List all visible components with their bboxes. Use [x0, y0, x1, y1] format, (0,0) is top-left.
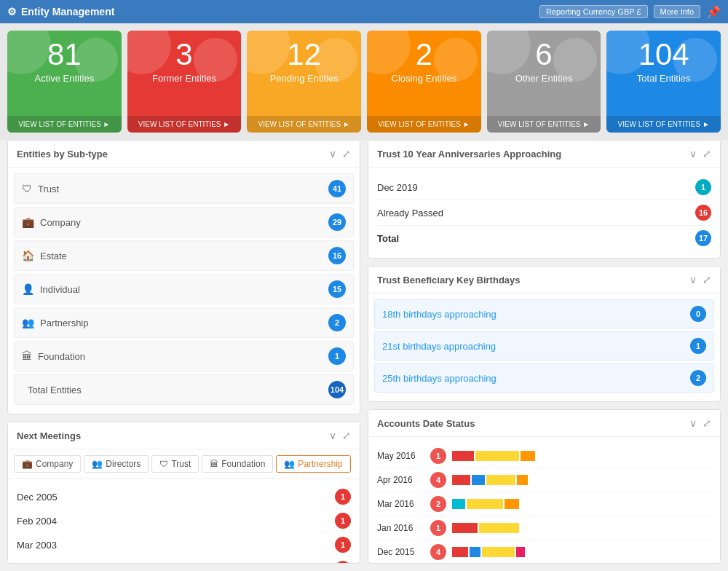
anniversary-row: Dec 2019 1 [377, 175, 711, 200]
entity-row-total entities[interactable]: Total Entities 104 [14, 374, 354, 405]
stat-card-former-entities[interactable]: 3 Former Entities VIEW LIST OF ENTITIES … [127, 31, 242, 133]
bday-collapse-icon[interactable]: ∨ [689, 274, 697, 286]
meeting-tab-company[interactable]: 💼Company [14, 455, 81, 473]
main-content: Entities by Sub-type ∨ ⤢ 🛡 Trust 41 💼 Co… [0, 140, 728, 571]
account-bar [486, 475, 515, 485]
meeting-tab-foundation[interactable]: 🏛Foundation [202, 455, 273, 473]
birthday-row[interactable]: 21st birthdays approaching 1 [374, 331, 714, 361]
ann-expand-icon[interactable]: ⤢ [703, 148, 711, 160]
acc-expand-icon[interactable]: ⤢ [703, 417, 711, 429]
stat-card-closing-entities[interactable]: 2 Closing Entities VIEW LIST OF ENTITIES… [367, 31, 481, 133]
ann-collapse-icon[interactable]: ∨ [689, 148, 697, 160]
account-count-badge: 4 [430, 472, 446, 488]
account-bar [482, 547, 515, 557]
meeting-date: Feb 2004 [17, 516, 57, 527]
meetings-list: Dec 2005 1 Feb 2004 1 Mar 2003 1 Jan 200… [8, 479, 360, 564]
account-row: Dec 2015 4 [377, 540, 711, 564]
meeting-row: Feb 2004 1 [17, 509, 351, 533]
stat-label: Other Entities [515, 73, 573, 84]
anniversary-list: Dec 2019 1 Already Passed 16 Total 17 [368, 168, 720, 258]
entity-label: Foundation [38, 351, 85, 362]
meeting-row: Dec 2005 1 [17, 485, 351, 509]
entity-count-badge: 41 [328, 180, 346, 197]
account-bar [505, 499, 519, 509]
tab-icon: 👥 [92, 459, 103, 469]
entity-count-badge: 29 [328, 213, 346, 231]
stat-number: 104 [638, 39, 689, 70]
bday-expand-icon[interactable]: ⤢ [703, 274, 711, 286]
birthday-row[interactable]: 18th birthdays approaching 0 [374, 299, 714, 328]
entity-row-company[interactable]: 💼 Company 29 [14, 207, 354, 237]
account-row: Apr 2016 4 [377, 468, 711, 492]
view-list-link[interactable]: VIEW LIST OF ENTITIES ► [7, 116, 122, 133]
entity-label: Trust [38, 184, 59, 194]
left-column: Entities by Sub-type ∨ ⤢ 🛡 Trust 41 💼 Co… [7, 140, 360, 564]
tab-label: Foundation [221, 459, 265, 469]
entity-name: 👥 Partnership [22, 317, 88, 328]
entity-row-partnership[interactable]: 👥 Partnership 2 [14, 307, 354, 338]
account-label: May 2016 [377, 451, 424, 461]
account-count-badge: 2 [430, 496, 446, 512]
acc-collapse-icon[interactable]: ∨ [689, 417, 697, 429]
stat-label: Total Entities [637, 73, 691, 84]
entity-label: Company [40, 217, 81, 228]
meetings-controls[interactable]: ∨ ⤢ [329, 430, 351, 441]
account-bars [452, 473, 711, 487]
stat-label: Closing Entities [392, 73, 457, 84]
meetings-expand-icon[interactable]: ⤢ [342, 430, 351, 441]
meeting-tab-trust[interactable]: 🛡Trust [151, 455, 199, 473]
birthdays-controls[interactable]: ∨ ⤢ [689, 274, 711, 286]
entity-count-badge: 16 [328, 247, 346, 264]
expand-icon[interactable]: ⤢ [342, 148, 351, 160]
view-list-link[interactable]: VIEW LIST OF ENTITIES ► [606, 116, 721, 133]
account-bar [521, 451, 535, 461]
entity-icon: 💼 [22, 216, 34, 228]
app-header: ⚙ Entity Management Reporting Currency G… [0, 0, 728, 23]
birthday-count-badge: 0 [690, 306, 706, 322]
entity-icon: 🛡 [22, 183, 32, 194]
view-list-link[interactable]: VIEW LIST OF ENTITIES ► [367, 116, 481, 133]
account-bar [517, 475, 528, 485]
accounts-list: May 2016 1 Apr 2016 4 Mar 2016 2 Jan 201… [368, 437, 720, 564]
anniversaries-controls[interactable]: ∨ ⤢ [689, 148, 711, 160]
stat-label: Pending Entities [270, 73, 339, 84]
tab-label: Company [36, 459, 73, 469]
stat-card-other-entities[interactable]: 6 Other Entities VIEW LIST OF ENTITIES ► [487, 31, 601, 133]
anniversary-label: Total [377, 233, 399, 244]
entity-row-foundation[interactable]: 🏛 Foundation 1 [14, 341, 354, 371]
view-list-link[interactable]: VIEW LIST OF ENTITIES ► [247, 116, 361, 133]
anniversary-label: Already Passed [377, 208, 443, 218]
meetings-collapse-icon[interactable]: ∨ [329, 430, 336, 441]
birthdays-panel: Trust Beneficiary Key Birthdays ∨ ⤢ 18th… [368, 266, 721, 402]
header-right: Reporting Currency GBP £ More Info 📌 [539, 5, 721, 19]
entities-subtype-header: Entities by Sub-type ∨ ⤢ [8, 141, 360, 168]
account-bar [479, 523, 519, 533]
entity-row-estate[interactable]: 🏠 Estate 16 [14, 240, 354, 271]
entities-subtype-controls[interactable]: ∨ ⤢ [329, 148, 351, 160]
view-list-link[interactable]: VIEW LIST OF ENTITIES ► [127, 116, 242, 133]
stat-card-total-entities[interactable]: 104 Total Entities VIEW LIST OF ENTITIES… [606, 31, 721, 133]
tab-icon: 💼 [22, 459, 33, 469]
anniversary-count-badge: 16 [695, 205, 711, 221]
collapse-icon[interactable]: ∨ [329, 148, 336, 160]
account-bar [452, 547, 468, 557]
entity-row-individual[interactable]: 👤 Individual 15 [14, 274, 354, 304]
reporting-currency-button[interactable]: Reporting Currency GBP £ [539, 5, 648, 18]
meeting-tab-directors[interactable]: 👥Directors [84, 455, 149, 473]
stat-number: 81 [47, 39, 82, 70]
stat-card-pending-entities[interactable]: 12 Pending Entities VIEW LIST OF ENTITIE… [247, 31, 361, 133]
entity-row-trust[interactable]: 🛡 Trust 41 [14, 173, 354, 204]
account-bars [452, 497, 711, 511]
more-info-button[interactable]: More Info [654, 5, 700, 18]
entity-name: 🏠 Estate [22, 250, 67, 261]
entity-label: Total Entities [28, 385, 82, 395]
tab-label: Trust [171, 459, 191, 469]
meeting-tab-partnership[interactable]: 👥Partnership [276, 455, 350, 473]
stat-card-active-entities[interactable]: 81 Active Entities VIEW LIST OF ENTITIES… [7, 31, 122, 133]
view-list-link[interactable]: VIEW LIST OF ENTITIES ► [487, 116, 601, 133]
stat-number: 6 [535, 39, 552, 70]
birthday-count-badge: 1 [690, 338, 706, 354]
accounts-controls[interactable]: ∨ ⤢ [689, 417, 711, 429]
birthday-row[interactable]: 25th birthdays approaching 2 [374, 363, 714, 393]
pin-icon[interactable]: 📌 [706, 5, 721, 19]
